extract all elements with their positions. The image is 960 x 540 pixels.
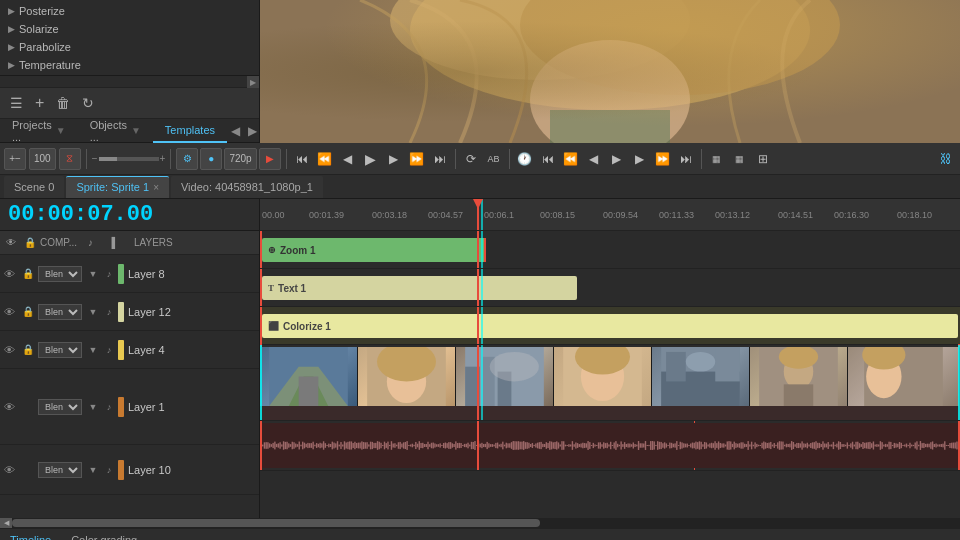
step-fwd-btn[interactable]: ▶ <box>384 149 404 169</box>
blend-select-4[interactable]: Blend <box>38 342 82 358</box>
scroll-arrow[interactable]: ▶ <box>247 76 259 88</box>
add-minus-btn[interactable]: +− <box>4 148 26 170</box>
play2-btn[interactable]: ▶ <box>607 149 627 169</box>
chain-btn[interactable]: ⛓ <box>936 149 956 169</box>
lock-icon-12[interactable]: 🔒 <box>22 306 34 317</box>
rewind-btn[interactable]: ⏪ <box>315 149 335 169</box>
tab-timeline[interactable]: Timeline <box>4 532 57 541</box>
effect-temperature[interactable]: ▶ Temperature <box>0 56 259 74</box>
scene-tab-0[interactable]: Scene 0 <box>4 176 64 198</box>
skip-end-btn[interactable]: ⏭ <box>430 149 450 169</box>
eye-icon-10[interactable]: 👁 <box>4 464 18 476</box>
ff2-btn[interactable]: ⏩ <box>653 149 673 169</box>
grid-btn[interactable]: ▦ <box>707 149 727 169</box>
fast-fwd-btn[interactable]: ⏩ <box>407 149 427 169</box>
layer-color-1 <box>118 397 124 417</box>
svg-rect-384 <box>876 444 877 447</box>
clock-btn[interactable]: 🕐 <box>515 149 535 169</box>
track-row-10[interactable] <box>260 421 960 471</box>
add-icon[interactable]: + <box>33 92 46 114</box>
svg-rect-215 <box>582 443 583 449</box>
skip-start-btn[interactable]: ⏮ <box>292 149 312 169</box>
effect-parabolize[interactable]: ▶ Parabolize <box>0 38 259 56</box>
lock-icon-4[interactable]: 🔒 <box>22 344 34 355</box>
refresh-icon[interactable]: ↻ <box>80 93 96 113</box>
effect-posterize[interactable]: ▶ Posterize <box>0 2 259 20</box>
clip-zoom1[interactable]: ⊕ Zoom 1 <box>262 238 486 262</box>
layer-audio-icon[interactable]: ♪ <box>102 305 116 319</box>
play-btn[interactable]: ▶ <box>259 148 281 170</box>
svg-rect-206 <box>567 445 568 446</box>
h-scrollbar[interactable]: ◀ <box>0 518 960 528</box>
blend-select-10[interactable]: Blend <box>38 462 82 478</box>
blend-select-12[interactable]: Blend <box>38 304 82 320</box>
svg-rect-411 <box>923 443 924 448</box>
toolbar-right-area: ⛓ <box>936 149 956 169</box>
svg-rect-125 <box>426 444 427 447</box>
scroll-area[interactable]: ▶ <box>0 75 259 87</box>
ab-loop-btn[interactable]: AB <box>484 149 504 169</box>
list-view-icon[interactable]: ☰ <box>8 93 25 113</box>
zoom-plus-icon[interactable]: + <box>160 153 166 164</box>
scroll-left-btn[interactable]: ◀ <box>0 518 12 528</box>
nav-right-icon[interactable]: ▶ <box>244 122 261 140</box>
record-btn[interactable]: ● <box>200 148 222 170</box>
scene-tab-video[interactable]: Video: 40458981_1080p_1 <box>171 176 323 198</box>
nav-left-icon[interactable]: ◀ <box>227 122 244 140</box>
video-settings-btn[interactable]: ⚙ <box>176 148 198 170</box>
step-fwd2-btn[interactable]: ▶ <box>630 149 650 169</box>
tab-objects[interactable]: Objects ... ▼ <box>78 119 153 143</box>
clip-text1[interactable]: T Text 1 <box>262 276 577 300</box>
zoom-minus-icon[interactable]: − <box>92 153 98 164</box>
layer-ctrl-v-icon[interactable]: ▼ <box>86 463 100 477</box>
track-row-12[interactable]: T Text 1 <box>260 269 960 307</box>
svg-rect-408 <box>918 445 919 447</box>
blend-select-1[interactable]: Blend <box>38 399 82 415</box>
layer-audio-icon[interactable]: ♪ <box>102 267 116 281</box>
svg-rect-180 <box>521 442 522 450</box>
resolution-btn[interactable]: 720p <box>224 148 256 170</box>
layer-ctrl-v-icon[interactable]: ▼ <box>86 305 100 319</box>
delete-icon[interactable]: 🗑 <box>54 93 72 113</box>
play-pause-btn[interactable]: ▶ <box>361 149 381 169</box>
lock-icon-8[interactable]: 🔒 <box>22 268 34 279</box>
expand-btn[interactable]: ⊞ <box>753 149 773 169</box>
rew2-btn[interactable]: ⏪ <box>561 149 581 169</box>
loop-btn[interactable]: ⟳ <box>461 149 481 169</box>
layer-ctrl-v-icon[interactable]: ▼ <box>86 400 100 414</box>
effects-panel: ▶ Posterize ▶ Solarize ▶ Parabolize ▶ Te… <box>0 0 260 143</box>
clip-colorize1[interactable]: ⬛ Colorize 1 <box>262 314 958 338</box>
layer-ctrl-v-icon[interactable]: ▼ <box>86 267 100 281</box>
clip-mode-btn[interactable]: ⧖ <box>59 148 81 170</box>
skip-end2-btn[interactable]: ⏭ <box>676 149 696 169</box>
skip-start2-btn[interactable]: ⏮ <box>538 149 558 169</box>
layer-audio-icon[interactable]: ♪ <box>102 343 116 357</box>
svg-rect-400 <box>904 445 905 447</box>
hundred-btn[interactable]: 100 <box>29 148 56 170</box>
svg-rect-120 <box>417 444 418 448</box>
grid2-btn[interactable]: ▦ <box>730 149 750 169</box>
scrollbar-thumb[interactable] <box>12 519 540 527</box>
eye-icon-4[interactable]: 👁 <box>4 344 18 356</box>
step-back-btn[interactable]: ◀ <box>338 149 358 169</box>
eye-icon-12[interactable]: 👁 <box>4 306 18 318</box>
scene-tab-sprite[interactable]: Sprite: Sprite 1 × <box>66 176 169 198</box>
tab-templates[interactable]: Templates <box>153 119 227 143</box>
layer-audio-icon[interactable]: ♪ <box>102 400 116 414</box>
tab-projects[interactable]: Projects ... ▼ <box>0 119 78 143</box>
layer-ctrl-v-icon[interactable]: ▼ <box>86 343 100 357</box>
zoom-slider[interactable] <box>99 157 159 161</box>
svg-rect-76 <box>340 442 341 449</box>
layer-audio-icon[interactable]: ♪ <box>102 463 116 477</box>
eye-icon-8[interactable]: 👁 <box>4 268 18 280</box>
effect-solarize[interactable]: ▶ Solarize <box>0 20 259 38</box>
eye-icon-1[interactable]: 👁 <box>4 401 18 413</box>
step-back2-btn[interactable]: ◀ <box>584 149 604 169</box>
layer-controls-1: ▼ ♪ <box>86 397 124 417</box>
close-icon[interactable]: × <box>153 182 159 193</box>
track-row-4[interactable]: ⬛ Colorize 1 <box>260 307 960 345</box>
tab-color-grading[interactable]: Color grading <box>65 532 143 541</box>
blend-select-8[interactable]: Blend <box>38 266 82 282</box>
track-row-1[interactable] <box>260 345 960 421</box>
track-row-8[interactable]: ⊕ Zoom 1 <box>260 231 960 269</box>
